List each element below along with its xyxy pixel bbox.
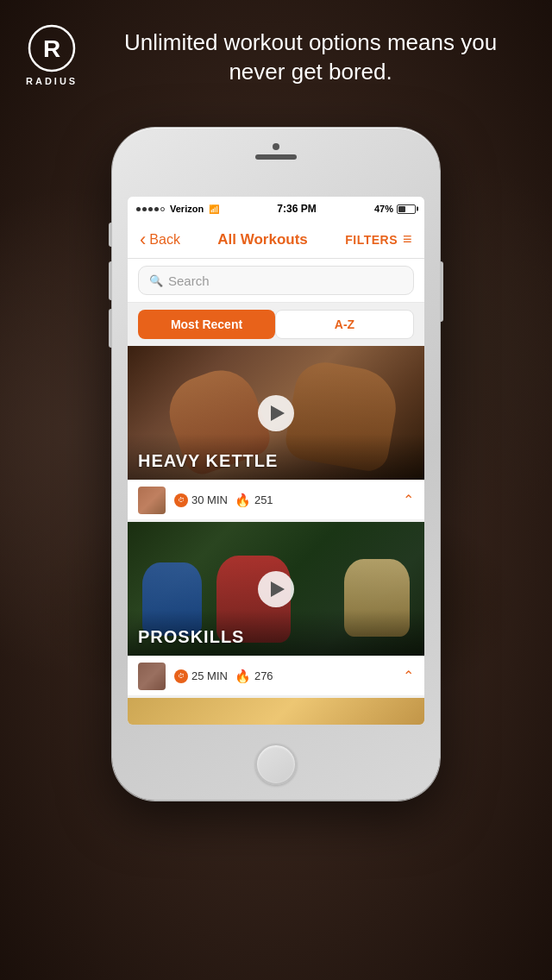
workout-name-overlay-2: PROSKILLS — [128, 610, 424, 656]
search-placeholder: Search — [168, 273, 210, 288]
workout-thumbnail-heavy-kettle: HEAVY KETTLE — [128, 346, 424, 480]
sort-tab-most-recent[interactable]: Most Recent — [138, 310, 275, 339]
trainer-avatar-2 — [138, 663, 166, 690]
workout-item-proskills[interactable]: PROSKILLS ⏱ 25 MIN — [128, 522, 424, 695]
trainer-avatar-image-2 — [138, 663, 166, 690]
clock-icon-1: ⏱ — [174, 493, 188, 507]
duration-meta-2: ⏱ 25 MIN — [174, 669, 228, 683]
play-triangle-icon — [271, 405, 285, 421]
phone-mute-button — [109, 223, 112, 247]
app-tagline: Unlimited workout options means you neve… — [95, 28, 526, 87]
expand-chevron-2[interactable]: ⌃ — [403, 668, 414, 684]
workout-name-heavy-kettle: HEAVY KETTLE — [138, 451, 414, 471]
clock-icon-2: ⏱ — [174, 669, 188, 683]
workout-thumbnail-proskills: PROSKILLS — [128, 522, 424, 656]
nav-bar: ‹ Back All Workouts FILTERS ≡ — [128, 221, 424, 259]
signal-dot-5 — [160, 207, 165, 211]
calories-label-1: 251 — [254, 493, 273, 506]
back-button[interactable]: ‹ Back — [140, 229, 180, 251]
signal-dot-3 — [148, 207, 153, 211]
duration-label-1: 30 MIN — [191, 493, 228, 506]
duration-label-2: 25 MIN — [191, 669, 228, 682]
workout-name-overlay-1: HEAVY KETTLE — [128, 434, 424, 480]
signal-dot-1 — [136, 207, 141, 211]
workout-info-heavy-kettle: ⏱ 30 MIN 🔥 251 ⌃ — [128, 480, 424, 519]
wifi-icon: 📶 — [209, 204, 219, 214]
svg-text:R: R — [43, 35, 60, 62]
play-button-heavy-kettle[interactable] — [258, 395, 294, 431]
front-camera — [273, 143, 279, 150]
phone-power-button — [440, 261, 443, 322]
search-bar[interactable]: 🔍 Search — [138, 266, 414, 295]
carrier-label: Verizon — [170, 204, 204, 214]
duration-meta-1: ⏱ 30 MIN — [174, 493, 228, 507]
filters-button[interactable]: FILTERS ≡ — [345, 230, 412, 248]
flame-icon-1: 🔥 — [235, 493, 251, 508]
back-arrow-icon: ‹ — [140, 229, 146, 251]
battery-fill — [398, 206, 405, 212]
home-button[interactable] — [255, 744, 297, 785]
sort-tabs: Most Recent A-Z — [128, 303, 424, 346]
play-triangle-icon-2 — [271, 581, 285, 597]
calories-meta-1: 🔥 251 — [235, 493, 273, 508]
phone-screen: Verizon 📶 7:36 PM 47% ‹ Back All Workout… — [128, 197, 424, 725]
filter-lines-icon: ≡ — [403, 230, 412, 248]
workout-item-partial — [128, 698, 424, 725]
workout-info-proskills: ⏱ 25 MIN 🔥 276 ⌃ — [128, 656, 424, 695]
workout-meta-1: ⏱ 30 MIN 🔥 251 — [174, 493, 394, 508]
nav-title: All Workouts — [217, 231, 308, 248]
workout-item-heavy-kettle[interactable]: HEAVY KETTLE ⏱ 30 MIN — [128, 346, 424, 519]
radius-logo-icon: R — [28, 24, 76, 72]
play-button-proskills[interactable] — [258, 571, 294, 607]
status-bar: Verizon 📶 7:36 PM 47% — [128, 197, 424, 221]
workout-list: HEAVY KETTLE ⏱ 30 MIN — [128, 346, 424, 725]
workout-meta-2: ⏱ 25 MIN 🔥 276 — [174, 669, 394, 684]
phone-volume-down-button — [109, 309, 112, 348]
phone-speaker — [255, 154, 297, 160]
flame-icon-2: 🔥 — [235, 669, 251, 684]
status-time: 7:36 PM — [277, 203, 316, 215]
calories-label-2: 276 — [254, 669, 273, 682]
logo-text: RADIUS — [26, 76, 78, 86]
phone-top-area — [255, 143, 297, 160]
app-header: R RADIUS Unlimited workout options means… — [0, 0, 552, 147]
back-label: Back — [149, 232, 180, 248]
status-left: Verizon 📶 — [136, 204, 219, 214]
trainer-avatar-1 — [138, 487, 166, 514]
logo-area: R RADIUS — [26, 24, 78, 86]
battery-percent-label: 47% — [374, 204, 393, 214]
expand-chevron-1[interactable]: ⌃ — [403, 492, 414, 508]
signal-dot-4 — [154, 207, 159, 211]
signal-dot-2 — [142, 207, 147, 211]
workout-name-proskills: PROSKILLS — [138, 627, 414, 647]
calories-meta-2: 🔥 276 — [235, 669, 273, 684]
phone-volume-up-button — [109, 261, 112, 300]
trainer-avatar-image-1 — [138, 487, 166, 514]
status-right: 47% — [374, 204, 416, 214]
phone-frame: Verizon 📶 7:36 PM 47% ‹ Back All Workout… — [112, 128, 440, 801]
filters-label: FILTERS — [345, 233, 398, 247]
sort-tab-az[interactable]: A-Z — [275, 310, 414, 339]
search-icon: 🔍 — [149, 274, 163, 287]
search-container: 🔍 Search — [128, 259, 424, 303]
battery-icon — [397, 204, 416, 214]
phone-outer: Verizon 📶 7:36 PM 47% ‹ Back All Workout… — [112, 128, 440, 801]
